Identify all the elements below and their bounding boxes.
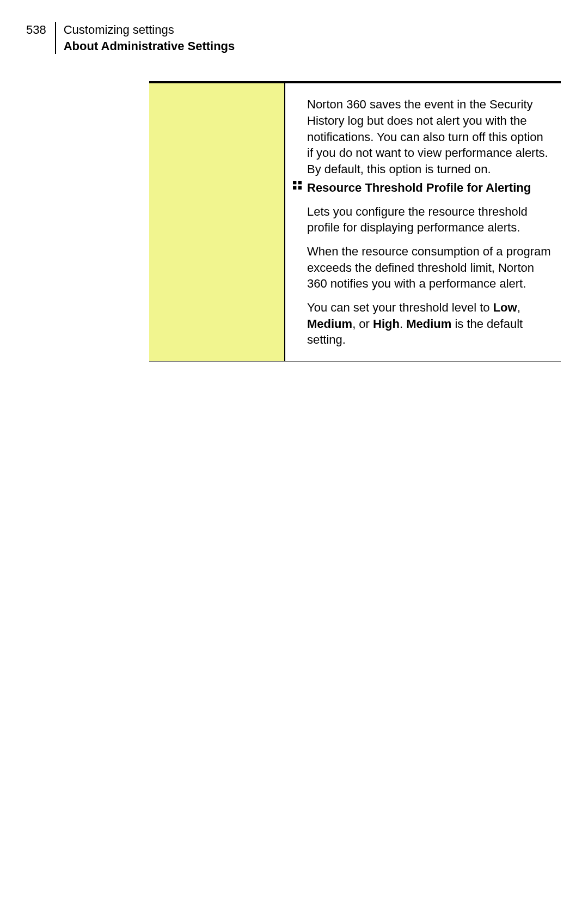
svg-rect-3: [298, 186, 302, 189]
emphasis: Low: [493, 301, 517, 314]
header-titles: Customizing settings About Administrativ…: [64, 22, 235, 54]
text: You can set your threshold level to: [307, 301, 493, 314]
svg-rect-1: [298, 181, 302, 184]
page-number: 538: [26, 22, 55, 38]
running-header: 538 Customizing settings About Administr…: [26, 22, 550, 54]
paragraph: When the resource consumption of a progr…: [307, 243, 552, 292]
text: , or: [352, 317, 373, 331]
svg-rect-0: [293, 181, 296, 184]
text: .: [400, 317, 406, 331]
bullet-icon: [293, 180, 307, 190]
paragraph: Lets you configure the resource threshol…: [307, 204, 552, 236]
paragraph: You can set your threshold level to Low,…: [307, 300, 552, 348]
list-item: Resource Threshold Profile for Alerting …: [293, 180, 552, 348]
chapter-title: Customizing settings: [64, 22, 235, 38]
table-left-column: [149, 83, 284, 361]
text: ,: [517, 301, 520, 314]
leading-paragraph: Norton 360 saves the event in the Securi…: [307, 96, 552, 177]
svg-rect-2: [293, 186, 296, 189]
header-divider: [55, 22, 56, 54]
settings-table: Norton 360 saves the event in the Securi…: [149, 81, 561, 362]
emphasis: Medium: [406, 317, 451, 331]
emphasis: High: [373, 317, 400, 331]
emphasis: Medium: [307, 317, 352, 331]
list-item-title: Resource Threshold Profile for Alerting: [307, 180, 552, 196]
table-right-column: Norton 360 saves the event in the Securi…: [284, 83, 561, 361]
list-item-body: Resource Threshold Profile for Alerting …: [307, 180, 552, 348]
page: 538 Customizing settings About Administr…: [0, 0, 588, 915]
section-title: About Administrative Settings: [64, 38, 235, 54]
